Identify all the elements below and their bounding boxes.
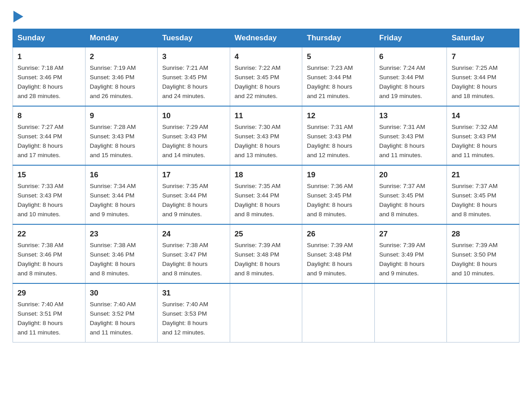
day-info: Sunrise: 7:39 AMSunset: 3:48 PMDaylight:… bbox=[235, 241, 298, 278]
day-number: 31 bbox=[162, 287, 225, 299]
day-info: Sunrise: 7:34 AMSunset: 3:44 PMDaylight:… bbox=[90, 182, 153, 219]
day-cell: 28Sunrise: 7:39 AMSunset: 3:50 PMDayligh… bbox=[447, 224, 519, 283]
day-cell: 11Sunrise: 7:30 AMSunset: 3:43 PMDayligh… bbox=[230, 106, 302, 165]
day-info: Sunrise: 7:18 AMSunset: 3:46 PMDaylight:… bbox=[17, 64, 81, 101]
day-number: 13 bbox=[379, 110, 442, 122]
header-cell-friday: Friday bbox=[374, 29, 447, 47]
day-number: 30 bbox=[90, 287, 153, 299]
day-number: 18 bbox=[235, 169, 298, 181]
day-number: 9 bbox=[90, 110, 153, 122]
day-cell: 21Sunrise: 7:37 AMSunset: 3:45 PMDayligh… bbox=[447, 165, 519, 224]
day-number: 7 bbox=[451, 51, 515, 63]
day-number: 16 bbox=[90, 169, 153, 181]
page: SundayMondayTuesdayWednesdayThursdayFrid… bbox=[0, 0, 532, 353]
day-info: Sunrise: 7:28 AMSunset: 3:43 PMDaylight:… bbox=[90, 123, 153, 160]
day-cell: 16Sunrise: 7:34 AMSunset: 3:44 PMDayligh… bbox=[85, 165, 158, 224]
day-info: Sunrise: 7:38 AMSunset: 3:46 PMDaylight:… bbox=[17, 241, 81, 278]
day-number: 28 bbox=[451, 228, 515, 240]
day-info: Sunrise: 7:24 AMSunset: 3:44 PMDaylight:… bbox=[379, 64, 442, 101]
day-info: Sunrise: 7:27 AMSunset: 3:44 PMDaylight:… bbox=[17, 123, 81, 160]
day-cell: 10Sunrise: 7:29 AMSunset: 3:43 PMDayligh… bbox=[158, 106, 230, 165]
day-info: Sunrise: 7:29 AMSunset: 3:43 PMDaylight:… bbox=[162, 123, 225, 160]
week-row-4: 22Sunrise: 7:38 AMSunset: 3:46 PMDayligh… bbox=[13, 224, 519, 283]
day-cell: 19Sunrise: 7:36 AMSunset: 3:45 PMDayligh… bbox=[302, 165, 375, 224]
day-cell: 29Sunrise: 7:40 AMSunset: 3:51 PMDayligh… bbox=[13, 283, 86, 342]
day-info: Sunrise: 7:39 AMSunset: 3:49 PMDaylight:… bbox=[379, 241, 442, 278]
day-cell: 5Sunrise: 7:23 AMSunset: 3:44 PMDaylight… bbox=[302, 47, 375, 107]
day-cell: 15Sunrise: 7:33 AMSunset: 3:43 PMDayligh… bbox=[13, 165, 86, 224]
day-cell: 24Sunrise: 7:38 AMSunset: 3:47 PMDayligh… bbox=[158, 224, 230, 283]
day-cell: 22Sunrise: 7:38 AMSunset: 3:46 PMDayligh… bbox=[13, 224, 86, 283]
week-row-3: 15Sunrise: 7:33 AMSunset: 3:43 PMDayligh… bbox=[13, 165, 519, 224]
day-info: Sunrise: 7:40 AMSunset: 3:51 PMDaylight:… bbox=[17, 300, 81, 338]
day-number: 23 bbox=[90, 228, 153, 240]
day-number: 12 bbox=[307, 110, 370, 122]
header-cell-monday: Monday bbox=[85, 29, 158, 47]
day-number: 1 bbox=[17, 51, 81, 63]
day-cell: 30Sunrise: 7:40 AMSunset: 3:52 PMDayligh… bbox=[85, 283, 158, 342]
header-cell-wednesday: Wednesday bbox=[230, 29, 302, 47]
day-cell: 7Sunrise: 7:25 AMSunset: 3:44 PMDaylight… bbox=[447, 47, 519, 107]
day-cell: 25Sunrise: 7:39 AMSunset: 3:48 PMDayligh… bbox=[230, 224, 302, 283]
header bbox=[13, 11, 519, 21]
day-number: 11 bbox=[235, 110, 298, 122]
week-row-2: 8Sunrise: 7:27 AMSunset: 3:44 PMDaylight… bbox=[13, 106, 519, 165]
day-cell: 23Sunrise: 7:38 AMSunset: 3:46 PMDayligh… bbox=[85, 224, 158, 283]
day-cell bbox=[447, 283, 519, 342]
day-number: 21 bbox=[451, 169, 515, 181]
day-cell: 12Sunrise: 7:31 AMSunset: 3:43 PMDayligh… bbox=[302, 106, 375, 165]
day-cell: 4Sunrise: 7:22 AMSunset: 3:45 PMDaylight… bbox=[230, 47, 302, 107]
logo bbox=[13, 11, 24, 21]
day-info: Sunrise: 7:36 AMSunset: 3:45 PMDaylight:… bbox=[307, 182, 370, 219]
day-cell: 20Sunrise: 7:37 AMSunset: 3:45 PMDayligh… bbox=[374, 165, 447, 224]
day-cell: 3Sunrise: 7:21 AMSunset: 3:45 PMDaylight… bbox=[158, 47, 230, 107]
logo-triangle-icon bbox=[13, 11, 24, 22]
day-number: 17 bbox=[162, 169, 225, 181]
day-cell bbox=[230, 283, 302, 342]
day-info: Sunrise: 7:33 AMSunset: 3:43 PMDaylight:… bbox=[17, 182, 81, 219]
day-cell: 8Sunrise: 7:27 AMSunset: 3:44 PMDaylight… bbox=[13, 106, 86, 165]
day-cell: 1Sunrise: 7:18 AMSunset: 3:46 PMDaylight… bbox=[13, 47, 86, 107]
day-info: Sunrise: 7:25 AMSunset: 3:44 PMDaylight:… bbox=[451, 64, 515, 101]
day-number: 29 bbox=[17, 287, 81, 299]
calendar-table: SundayMondayTuesdayWednesdayThursdayFrid… bbox=[13, 29, 519, 342]
day-number: 19 bbox=[307, 169, 370, 181]
day-number: 15 bbox=[17, 169, 81, 181]
day-cell: 18Sunrise: 7:35 AMSunset: 3:44 PMDayligh… bbox=[230, 165, 302, 224]
day-number: 10 bbox=[162, 110, 225, 122]
day-number: 6 bbox=[379, 51, 442, 63]
week-row-1: 1Sunrise: 7:18 AMSunset: 3:46 PMDaylight… bbox=[13, 47, 519, 107]
header-cell-thursday: Thursday bbox=[302, 29, 375, 47]
day-number: 2 bbox=[90, 51, 153, 63]
day-cell: 2Sunrise: 7:19 AMSunset: 3:46 PMDaylight… bbox=[85, 47, 158, 107]
week-row-5: 29Sunrise: 7:40 AMSunset: 3:51 PMDayligh… bbox=[13, 283, 519, 342]
day-number: 4 bbox=[235, 51, 298, 63]
day-cell bbox=[302, 283, 375, 342]
calendar-header-row: SundayMondayTuesdayWednesdayThursdayFrid… bbox=[13, 29, 519, 47]
day-info: Sunrise: 7:22 AMSunset: 3:45 PMDaylight:… bbox=[235, 64, 298, 101]
day-info: Sunrise: 7:31 AMSunset: 3:43 PMDaylight:… bbox=[307, 123, 370, 160]
day-info: Sunrise: 7:37 AMSunset: 3:45 PMDaylight:… bbox=[379, 182, 442, 219]
day-info: Sunrise: 7:19 AMSunset: 3:46 PMDaylight:… bbox=[90, 64, 153, 101]
day-info: Sunrise: 7:31 AMSunset: 3:43 PMDaylight:… bbox=[379, 123, 442, 160]
day-number: 24 bbox=[162, 228, 225, 240]
day-cell: 27Sunrise: 7:39 AMSunset: 3:49 PMDayligh… bbox=[374, 224, 447, 283]
day-cell: 26Sunrise: 7:39 AMSunset: 3:48 PMDayligh… bbox=[302, 224, 375, 283]
svg-marker-0 bbox=[13, 11, 23, 22]
day-info: Sunrise: 7:32 AMSunset: 3:43 PMDaylight:… bbox=[451, 123, 515, 160]
day-info: Sunrise: 7:38 AMSunset: 3:46 PMDaylight:… bbox=[90, 241, 153, 278]
day-number: 8 bbox=[17, 110, 81, 122]
day-info: Sunrise: 7:23 AMSunset: 3:44 PMDaylight:… bbox=[307, 64, 370, 101]
day-info: Sunrise: 7:35 AMSunset: 3:44 PMDaylight:… bbox=[235, 182, 298, 219]
day-number: 20 bbox=[379, 169, 442, 181]
logo-text bbox=[13, 11, 24, 22]
day-info: Sunrise: 7:39 AMSunset: 3:50 PMDaylight:… bbox=[451, 241, 515, 278]
day-number: 26 bbox=[307, 228, 370, 240]
day-number: 25 bbox=[235, 228, 298, 240]
day-cell: 6Sunrise: 7:24 AMSunset: 3:44 PMDaylight… bbox=[374, 47, 447, 107]
day-info: Sunrise: 7:21 AMSunset: 3:45 PMDaylight:… bbox=[162, 64, 225, 101]
day-number: 27 bbox=[379, 228, 442, 240]
day-info: Sunrise: 7:35 AMSunset: 3:44 PMDaylight:… bbox=[162, 182, 225, 219]
day-cell: 13Sunrise: 7:31 AMSunset: 3:43 PMDayligh… bbox=[374, 106, 447, 165]
day-cell: 14Sunrise: 7:32 AMSunset: 3:43 PMDayligh… bbox=[447, 106, 519, 165]
